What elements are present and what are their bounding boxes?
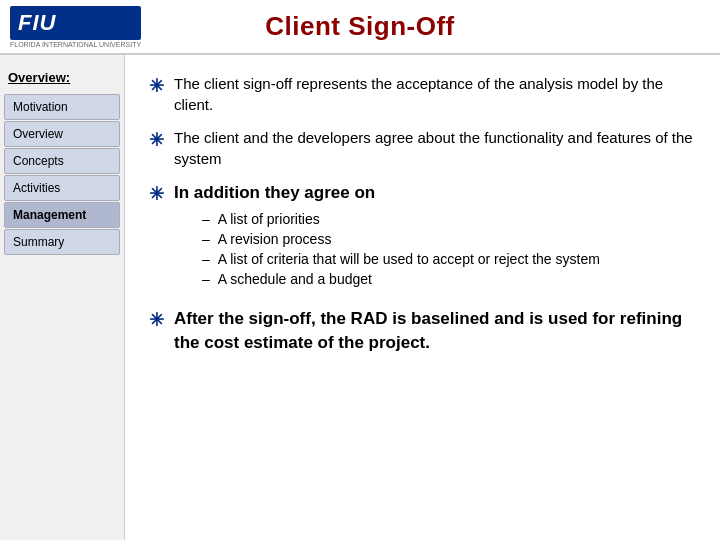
bullet-3-content: In addition they agree on – A list of pr…	[174, 181, 600, 295]
bullet-text-1: The client sign-off represents the accep…	[174, 73, 696, 115]
bullet-star-1: ✳	[149, 75, 164, 97]
sub-bullet-text-3: A list of criteria that will be used to …	[218, 251, 600, 267]
bullet-text-2: The client and the developers agree abou…	[174, 127, 696, 169]
bullet-star-4: ✳	[149, 309, 164, 331]
sub-bullet-text-2: A revision process	[218, 231, 332, 247]
bullet-text-4: After the sign-off, the RAD is baselined…	[174, 307, 696, 355]
bullet-text-3: In addition they agree on	[174, 183, 375, 202]
sidebar: Overview: Motivation Overview Concepts A…	[0, 55, 125, 540]
header: FIU FLORIDA INTERNATIONAL UNIVERSITY Cli…	[0, 0, 720, 55]
bullet-4: ✳ After the sign-off, the RAD is baselin…	[149, 307, 696, 355]
sidebar-item-activities[interactable]: Activities	[4, 175, 120, 201]
sub-bullet-3: – A list of criteria that will be used t…	[202, 251, 600, 267]
sidebar-item-summary[interactable]: Summary	[4, 229, 120, 255]
bullet-star-3: ✳	[149, 183, 164, 205]
sub-bullet-text-4: A schedule and a budget	[218, 271, 372, 287]
logo-subtitle: FLORIDA INTERNATIONAL UNIVERSITY	[10, 41, 141, 48]
sub-bullet-text-1: A list of priorities	[218, 211, 320, 227]
bullet-3-wrapper: ✳ In addition they agree on – A list of …	[149, 181, 696, 295]
content-area: ✳ The client sign-off represents the acc…	[125, 55, 720, 540]
sidebar-item-management[interactable]: Management	[4, 202, 120, 228]
logo-text: FIU	[10, 6, 141, 40]
bullet-2: ✳ The client and the developers agree ab…	[149, 127, 696, 169]
bullet-star-2: ✳	[149, 129, 164, 151]
bullet-1: ✳ The client sign-off represents the acc…	[149, 73, 696, 115]
sub-bullets: – A list of priorities – A revision proc…	[202, 211, 600, 287]
sidebar-item-overview[interactable]: Overview	[4, 121, 120, 147]
sub-bullet-2: – A revision process	[202, 231, 600, 247]
logo: FIU FLORIDA INTERNATIONAL UNIVERSITY	[10, 4, 141, 49]
page-title: Client Sign-Off	[265, 11, 454, 42]
sub-bullet-1: – A list of priorities	[202, 211, 600, 227]
sidebar-item-concepts[interactable]: Concepts	[4, 148, 120, 174]
sidebar-section-title: Overview:	[0, 65, 124, 93]
sub-bullet-4: – A schedule and a budget	[202, 271, 600, 287]
sidebar-item-motivation[interactable]: Motivation	[4, 94, 120, 120]
main-layout: Overview: Motivation Overview Concepts A…	[0, 55, 720, 540]
